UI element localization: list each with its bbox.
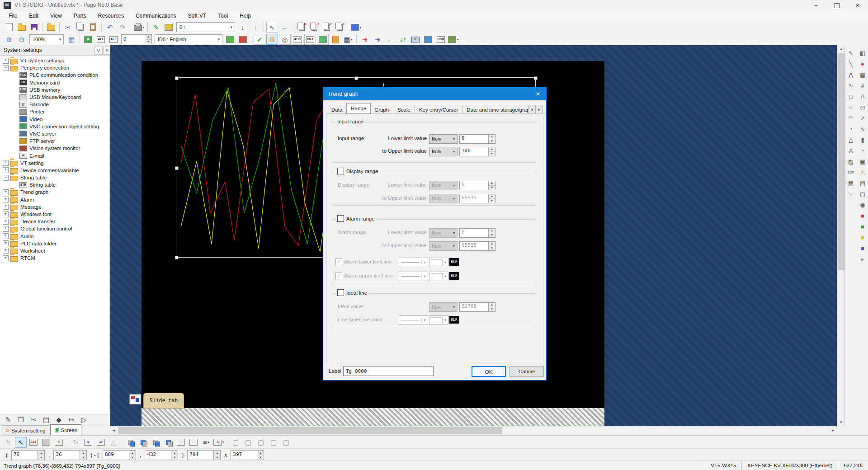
open-file-icon[interactable] <box>16 22 28 33</box>
camera-part-icon[interactable]: ◉ <box>857 200 868 210</box>
vertical-scroll-thumb[interactable] <box>838 53 844 270</box>
undo-move-icon[interactable]: ↰ <box>2 437 14 448</box>
mini-edit-icon[interactable]: ✎ <box>2 414 14 425</box>
menu-file[interactable]: File <box>3 11 23 21</box>
tree-item[interactable]: STRString table <box>0 181 109 188</box>
blue-part-icon[interactable]: ■ <box>857 243 868 254</box>
menu-help[interactable]: Help <box>234 11 257 21</box>
arc-tool-icon[interactable]: ◠ <box>845 113 856 123</box>
selection-handle[interactable] <box>175 256 179 259</box>
select-object-icon[interactable]: ↖ <box>266 22 278 33</box>
expand-toggle-icon[interactable]: + <box>3 219 9 225</box>
line-tool-icon[interactable]: ╲ <box>845 59 856 69</box>
redo-icon[interactable]: ↷ <box>117 22 128 33</box>
expand-toggle-icon[interactable]: + <box>3 189 9 195</box>
x1-spin[interactable]: 76▲▼ <box>11 450 45 460</box>
cut-icon[interactable]: ✂ <box>62 22 74 33</box>
picture-part-icon[interactable]: ▣ <box>857 156 868 167</box>
select-inner-icon[interactable]: ▢ <box>255 437 267 448</box>
tree-item[interactable]: VNC server <box>0 130 109 137</box>
clock-part-icon[interactable]: ◷ <box>857 102 868 113</box>
ellipse-tool-icon[interactable]: ○ <box>845 102 856 113</box>
tree-item[interactable]: +Audio <box>0 233 109 240</box>
lamp-part-icon[interactable]: ● <box>857 59 868 69</box>
text-tool-icon[interactable]: A <box>845 146 856 156</box>
touch-switch-icon[interactable] <box>317 34 329 45</box>
grid-icon[interactable]: ▦ <box>66 34 77 45</box>
bring-forward-icon[interactable] <box>150 437 161 448</box>
font-change-icon[interactable]: A▾ <box>213 437 225 448</box>
red-part-icon[interactable]: ■ <box>857 211 868 221</box>
scroll-down-icon[interactable]: ▼ <box>837 418 845 426</box>
trend-part-icon[interactable]: ∿ <box>857 124 868 134</box>
expand-toggle-icon[interactable]: + <box>3 197 9 202</box>
window-part-icon[interactable]: ▢ <box>857 189 868 199</box>
tree-item[interactable]: +RTCM <box>0 254 109 262</box>
page-up-icon[interactable]: ↑ <box>250 22 261 33</box>
expand-toggle-icon[interactable]: − <box>3 65 9 71</box>
image-manager-icon[interactable] <box>224 34 236 45</box>
bring-to-front-icon[interactable] <box>124 437 136 448</box>
tree-item[interactable]: +PLC data folder <box>0 240 109 247</box>
select-parts-icon[interactable]: ▢ <box>230 437 241 448</box>
tree-item[interactable]: SDMemory card <box>0 79 109 86</box>
keyboard-icon[interactable] <box>163 22 175 33</box>
tree-item[interactable]: +Message <box>0 203 109 211</box>
usb-icon[interactable]: USB <box>435 34 447 45</box>
scale-tool-icon[interactable]: ≡ <box>845 189 856 199</box>
horizontal-scroll-thumb[interactable] <box>118 427 502 434</box>
input-range-type-combo[interactable]: Num▾ <box>429 147 458 156</box>
transfer-return-icon[interactable]: ← <box>384 34 396 45</box>
menu-softvt[interactable]: Soft-VT <box>182 11 212 21</box>
page-2-icon[interactable]: 2 <box>321 22 333 33</box>
expand-toggle-icon[interactable]: + <box>3 212 9 217</box>
align-menu-icon[interactable]: ≡▾ <box>200 437 212 448</box>
ideal-line-checkbox[interactable] <box>337 289 344 296</box>
tree-item[interactable]: |||Barcode <box>0 101 109 108</box>
import-page-icon[interactable] <box>45 22 57 33</box>
tab-scroll-left-icon[interactable]: ◄ <box>528 105 536 114</box>
tree-item[interactable]: +Device comment/variable <box>0 167 109 174</box>
new-file-icon[interactable] <box>3 22 15 33</box>
transfer-from-vt-icon[interactable]: ➜ <box>372 34 383 45</box>
print-icon[interactable]: ▾ <box>133 22 145 33</box>
device-connect-icon[interactable]: ⇄ <box>82 34 94 45</box>
expand-toggle-icon[interactable]: + <box>3 58 9 64</box>
scroll-up-icon[interactable]: ▲ <box>837 45 845 53</box>
pin-icon[interactable]: ⚲ <box>94 47 103 55</box>
mini-export-icon[interactable]: ↦ <box>66 414 77 425</box>
polygon-tool-icon[interactable]: △ <box>845 135 856 145</box>
image-preview-icon[interactable] <box>237 34 249 45</box>
meter-part-icon[interactable]: ◔ <box>857 146 868 156</box>
menu-tool[interactable]: Tool <box>212 11 234 21</box>
tab-scroll-right-icon[interactable]: ► <box>535 105 543 114</box>
screen-edit-icon[interactable]: ✎ <box>150 22 162 33</box>
green-part-icon[interactable]: ■ <box>857 221 868 232</box>
height-spin[interactable]: 397▲▼ <box>231 450 264 460</box>
back-icon[interactable]: ← <box>279 22 291 33</box>
expand-toggle-icon[interactable]: + <box>3 248 9 254</box>
menu-communications[interactable]: Communications <box>130 11 182 21</box>
scroll-right-icon[interactable]: ► <box>829 427 837 434</box>
tree-item[interactable]: +Worksheet <box>0 247 109 254</box>
curve-tool-icon[interactable]: ∿ <box>845 80 856 91</box>
zoom-level-combo[interactable]: 100%▾ <box>29 34 64 44</box>
device-all-release-icon[interactable]: ALL <box>108 34 119 45</box>
select-outer-icon[interactable]: ▢ <box>268 437 279 448</box>
dialog-tab-date-and-time-storage[interactable]: Date and time storage/graphic displ <box>462 105 531 114</box>
page-select-combo[interactable]: 0 :▾ <box>176 22 235 32</box>
expand-toggle-icon[interactable]: + <box>3 204 9 210</box>
tree-item[interactable]: USB Mouse/Keyboard <box>0 94 109 101</box>
numeric-part-icon[interactable]: # <box>857 80 868 91</box>
edit-parts-icon[interactable]: ✔ <box>254 34 265 45</box>
selection-handle[interactable] <box>175 166 179 170</box>
tree-item[interactable]: −String table <box>0 174 109 181</box>
menu-resources[interactable]: Resources <box>92 11 130 21</box>
minimize-button[interactable]: – <box>806 0 826 11</box>
table-tool-icon[interactable]: ▦ <box>845 178 856 188</box>
flip-vertical-icon[interactable]: ▴▾ <box>95 437 107 448</box>
tree-item[interactable]: ✉E-mail <box>0 152 109 159</box>
parts-list-icon[interactable]: ▦▾ <box>342 34 354 45</box>
tree-item[interactable]: FTP server <box>0 137 109 145</box>
zoom-out-icon[interactable]: ⊖ <box>16 34 28 45</box>
